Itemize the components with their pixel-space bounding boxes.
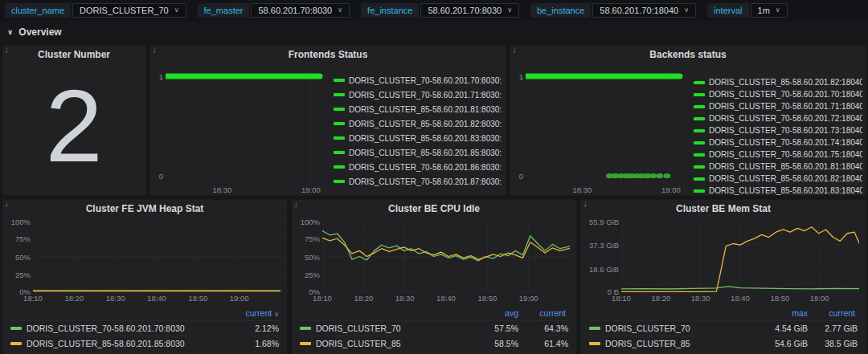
template-variable: interval 1m ∨ <box>707 3 788 18</box>
info-icon[interactable]: i <box>6 201 8 209</box>
cpu-body: 100%75%50%25%0% 18:1018:2018:3018:4018:5… <box>292 218 576 351</box>
legend-label: DORIS_CLUSTER_85-58.60.201.81:18040: ALI… <box>709 162 862 171</box>
frontends-status-chart[interactable] <box>166 68 327 184</box>
legend-item[interactable]: DORIS_CLUSTER_70-58.60.201.73:18040: ALI… <box>694 124 862 136</box>
panels-row-2: i Cluster FE JVM Heap Stat 100%75%50%25%… <box>0 196 868 354</box>
x-tick-label: 19:00 <box>661 185 681 194</box>
legend-col-header[interactable]: max <box>768 308 808 318</box>
series-color-chip <box>334 122 345 125</box>
x-axis: 18:1018:2018:3018:4018:5019:00 <box>33 292 280 303</box>
legend-col-header[interactable]: current <box>808 308 858 318</box>
legend-item[interactable]: DORIS_CLUSTER_85-58.60.201.85:8030: ALIV… <box>334 145 502 160</box>
legend-series-name[interactable]: DORIS_CLUSTER_70 <box>589 323 768 333</box>
info-icon[interactable]: i <box>514 47 516 55</box>
x-tick-label: 18:40 <box>436 294 456 303</box>
legend-col-header[interactable]: current∨ <box>229 308 279 318</box>
legend-series-name[interactable]: DORIS_CLUSTER_70-58.60.201.70:8030 <box>10 323 189 333</box>
legend-item[interactable]: DORIS_CLUSTER_70-58.60.201.72:18040: ALI… <box>694 112 862 124</box>
chevron-down-icon: ∨ <box>338 7 342 14</box>
legend-table: avg current DORIS_CLUSTER_70 57.5% 64.3% <box>295 307 570 351</box>
template-variable: be_instance 58.60.201.70:18040 ∨ <box>530 3 696 18</box>
legend-item[interactable]: DORIS_CLUSTER_70-58.60.201.70:8030: ALIV… <box>334 73 502 87</box>
panel-title[interactable]: Backends status <box>510 46 866 63</box>
jvm-body: 100%75%50%25%0% 18:1018:2018:3018:4018:5… <box>2 218 287 351</box>
legend-series-name[interactable]: DORIS_CLUSTER_85 <box>589 339 768 348</box>
legend-value: 57.5% <box>478 323 518 333</box>
legend-item[interactable]: DORIS_CLUSTER_85-58.60.201.82:18040: ALI… <box>694 173 862 185</box>
legend-item[interactable]: DORIS_CLUSTER_70-58.60.201.71:18040: ALI… <box>694 100 862 112</box>
legend-label: DORIS_CLUSTER_85-58.60.201.81:8030: ALIV… <box>349 105 502 114</box>
legend-item[interactable]: DORIS_CLUSTER_85-58.60.201.83:8030: ALIV… <box>334 131 502 145</box>
legend-label: DORIS_CLUSTER_70-58.60.201.71:8030: ALIV… <box>349 91 502 100</box>
variable-dropdown[interactable]: DORIS_CLUSTER_70 ∨ <box>72 3 186 18</box>
variable-value: DORIS_CLUSTER_70 <box>80 6 169 15</box>
legend-item[interactable]: DORIS_CLUSTER_85-58.60.201.82:8030: ALIV… <box>334 116 502 131</box>
plot-wrap: 18:1018:2018:3018:4018:5019:00 <box>322 221 570 303</box>
series-color-chip <box>10 342 22 345</box>
series-color-chip <box>300 327 311 330</box>
legend-label: DORIS_CLUSTER_70-58.60.201.71:18040: ALI… <box>709 102 862 111</box>
legend-series-name[interactable]: DORIS_CLUSTER_70 <box>300 323 478 333</box>
legend-series-name[interactable]: DORIS_CLUSTER_85-58.60.201.85:8030 <box>10 339 189 348</box>
x-tick-label: 18:50 <box>771 294 790 303</box>
legend-item[interactable]: DORIS_CLUSTER_70-58.60.201.74:18040: ALI… <box>694 136 862 149</box>
panel-title[interactable]: Cluster FE JVM Heap Stat <box>2 200 287 218</box>
legend-item[interactable]: DORIS_CLUSTER_70-58.60.201.70:18040: ALI… <box>694 88 862 100</box>
legend-col-header[interactable]: avg <box>478 308 518 318</box>
dashboard: cluster_name DORIS_CLUSTER_70 ∨ fe_maste… <box>0 0 868 354</box>
info-icon[interactable]: i <box>154 47 156 55</box>
x-tick-label: 19:00 <box>230 294 249 303</box>
template-variable: fe_instance 58.60.201.70:8030 ∨ <box>361 3 519 18</box>
legend-label: DORIS_CLUSTER_70-58.60.201.70:18040: ALI… <box>709 90 862 99</box>
template-variable: cluster_name DORIS_CLUSTER_70 ∨ <box>5 3 186 18</box>
series-color-chip <box>334 79 345 82</box>
fe-jvm-heap-chart[interactable] <box>33 221 280 292</box>
x-tick-label: 18:10 <box>612 294 631 303</box>
be-mem-stat-chart[interactable] <box>621 221 859 292</box>
legend-item[interactable]: DORIS_CLUSTER_85-58.60.201.83:18040: ALI… <box>694 185 862 195</box>
x-axis: 18:1018:2018:3018:4018:5019:00 <box>322 292 570 303</box>
panel-title[interactable]: Frontends Status <box>150 46 506 63</box>
legend-item[interactable]: DORIS_CLUSTER_85-58.60.201.81:8030: ALIV… <box>334 102 502 116</box>
variable-dropdown[interactable]: 58.60.201.70:8030 ∨ <box>251 3 350 18</box>
legend-label: DORIS_CLUSTER_85-58.60.201.82:18040: DEA… <box>709 78 862 87</box>
info-icon[interactable]: i <box>295 201 297 209</box>
x-tick-label: 18:40 <box>147 294 166 303</box>
series-color-chip <box>589 327 600 330</box>
legend-item[interactable]: DORIS_CLUSTER_70-58.60.201.75:18040: ALI… <box>694 149 862 161</box>
variable-dropdown[interactable]: 58.60.201.70:8030 ∨ <box>420 3 519 18</box>
y-tick-label: 0 <box>159 172 163 181</box>
legend-label: DORIS_CLUSTER_70-58.60.201.75:18040: ALI… <box>709 150 862 159</box>
y-axis: 10 <box>154 68 166 195</box>
legend-label: DORIS_CLUSTER_85-58.60.201.85:8030: ALIV… <box>349 149 502 157</box>
y-tick-label: 50% <box>305 252 320 261</box>
legend-item[interactable]: DORIS_CLUSTER_70-58.60.201.71:8030: ALIV… <box>334 87 502 102</box>
legend-label: DORIS_CLUSTER_70-58.60.201.70:8030 <box>27 323 185 333</box>
legend-item[interactable]: DORIS_CLUSTER_70-58.60.201.86:8030: ALIV… <box>334 160 502 174</box>
be-cpu-idle-chart[interactable] <box>322 221 570 292</box>
info-icon[interactable]: i <box>584 201 587 209</box>
variable-dropdown[interactable]: 58.60.201.70:18040 ∨ <box>592 3 696 18</box>
chevron-down-icon: ∨ <box>507 7 512 14</box>
legend-item[interactable]: DORIS_CLUSTER_85-58.60.201.81:18040: ALI… <box>694 161 862 173</box>
y-tick-label: 100% <box>11 217 31 226</box>
legend-item[interactable]: DORIS_CLUSTER_85-58.60.201.82:18040: DEA… <box>694 76 862 88</box>
backends-status-chart[interactable] <box>526 68 687 184</box>
row-header-overview[interactable]: ∨ Overview <box>0 21 868 43</box>
x-tick-label: 18:20 <box>354 294 374 303</box>
legend-col-header[interactable]: current <box>518 308 568 318</box>
legend-value: 54.6 GiB <box>768 339 808 348</box>
info-icon[interactable]: i <box>6 47 8 55</box>
legend-row: DORIS_CLUSTER_85-58.60.201.85:8030 1.68% <box>10 336 279 351</box>
legend-label: DORIS_CLUSTER_85 <box>605 339 690 348</box>
legend-item[interactable]: DORIS_CLUSTER_70-58.60.201.87:8030: ALIV… <box>334 174 502 189</box>
legend-value: 64.3% <box>518 323 568 333</box>
legend-series-name[interactable]: DORIS_CLUSTER_85 <box>300 339 478 348</box>
panel-title[interactable]: Cluster Number <box>2 46 145 63</box>
panel-title[interactable]: Cluster BE Mem Stat <box>581 200 866 218</box>
legend-value: 38.5 GiB <box>808 339 858 348</box>
variable-value: 58.60.201.70:18040 <box>600 6 678 15</box>
panel-title[interactable]: Cluster BE CPU Idle <box>292 200 576 218</box>
variable-dropdown[interactable]: 1m ∨ <box>751 3 788 18</box>
y-tick-label: 75% <box>305 234 320 243</box>
